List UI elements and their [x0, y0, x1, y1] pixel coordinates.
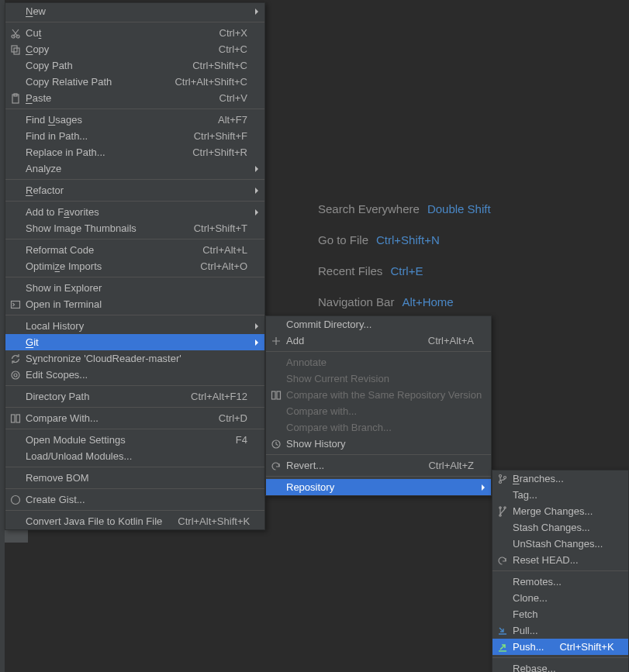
label: Find in Path...	[26, 130, 178, 142]
github-icon	[10, 495, 21, 505]
menu-item-new[interactable]: New	[5, 3, 264, 19]
menu-item-push[interactable]: Push... Ctrl+Shift+K	[492, 639, 628, 655]
submenu-arrow-icon	[255, 166, 258, 172]
label-post: sages	[55, 114, 82, 126]
menu-item-load-unload-modules[interactable]: Load/Unload Modules...	[5, 448, 264, 464]
label: Show in Explorer	[26, 282, 247, 294]
menu-item-copy-relative-path[interactable]: Copy Relative Path Ctrl+Alt+Shift+C	[5, 74, 264, 90]
label-pre: Find	[26, 114, 48, 126]
menu-item-analyze[interactable]: Analyze	[5, 160, 264, 177]
menu-item-find-in-path[interactable]: Find in Path... Ctrl+Shift+F	[5, 128, 264, 144]
label: Show Image Thumbnails	[26, 222, 178, 234]
submenu-repository[interactable]: Branches... Tag... Merge Changes... Stas…	[492, 470, 629, 672]
label: Convert Java File to Kotlin File	[26, 515, 162, 527]
shortcut: Ctrl+Alt+L	[202, 244, 247, 256]
label: Open Module Settings	[26, 434, 220, 446]
menu-item-remove-bom[interactable]: Remove BOM	[5, 470, 264, 486]
menu-item-add-to-favorites[interactable]: Add to Favorites	[5, 204, 264, 220]
menu-item-compare-same-repo: Compare with the Same Repository Version	[266, 387, 491, 403]
label-post: ew	[33, 5, 46, 17]
menu-item-copy[interactable]: Copy Ctrl+C	[5, 41, 264, 57]
mnemonic: P	[26, 92, 33, 104]
menu-item-git-add[interactable]: Add Ctrl+Alt+A	[266, 333, 491, 349]
menu-item-repository[interactable]: Repository	[266, 479, 491, 495]
svg-point-11	[12, 495, 20, 504]
menu-item-reset-head[interactable]: Reset HEAD...	[492, 552, 628, 568]
svg-point-8	[14, 374, 17, 377]
menu-item-merge-changes[interactable]: Merge Changes...	[492, 503, 628, 519]
menu-item-git[interactable]: Git	[5, 334, 264, 350]
menu-item-cut[interactable]: Cut Ctrl+X	[5, 25, 264, 41]
menu-item-copy-path[interactable]: Copy Path Ctrl+Shift+C	[5, 57, 264, 74]
separator	[492, 570, 628, 571]
submenu-arrow-icon	[482, 484, 485, 491]
shortcut: Ctrl+Alt+Z	[428, 460, 474, 471]
separator	[5, 22, 264, 22]
menu-item-tag[interactable]: Tag...	[492, 487, 628, 503]
menu-item-synchronize[interactable]: Synchronize 'CloudReader-master'	[5, 350, 264, 367]
menu-item-refactor[interactable]: Refactor	[5, 182, 264, 198]
label: Replace in Path...	[26, 146, 177, 158]
shortcut: Ctrl+Shift+K	[559, 641, 613, 653]
menu-item-show-in-explorer[interactable]: Show in Explorer	[5, 280, 264, 296]
label-pre: Cu	[26, 27, 39, 39]
menu-item-compare-with[interactable]: Compare With... Ctrl+D	[5, 410, 264, 426]
label: Reset HEAD...	[513, 554, 611, 566]
label-post: it	[33, 336, 39, 348]
menu-item-branches[interactable]: Branches...	[492, 470, 628, 487]
shortcut: F4	[236, 434, 247, 446]
menu-item-show-current-revision: Show Current Revision	[266, 370, 491, 387]
shortcut: Ctrl+Shift+C	[192, 60, 247, 71]
menu-item-show-thumbnails[interactable]: Show Image Thumbnails Ctrl+Shift+T	[5, 220, 264, 236]
mnemonic: C	[26, 43, 33, 55]
menu-item-find-usages[interactable]: Find Usages Alt+F7	[5, 112, 264, 128]
branch-icon	[497, 474, 508, 484]
submenu-arrow-icon	[255, 209, 258, 215]
label: Compare with the Same Repository Version	[286, 389, 482, 401]
menu-item-paste[interactable]: Paste Ctrl+V	[5, 90, 264, 106]
menu-item-open-in-terminal[interactable]: Open in Terminal	[5, 296, 264, 312]
svg-point-17	[504, 476, 506, 478]
svg-rect-13	[277, 391, 281, 399]
menu-item-stash-changes[interactable]: Stash Changes...	[492, 519, 628, 536]
menu-item-local-history[interactable]: Local History	[5, 318, 264, 334]
label-pre: Add to F	[26, 206, 64, 218]
terminal-icon	[10, 299, 21, 310]
menu-item-directory-path[interactable]: Directory Path Ctrl+Alt+F12	[5, 388, 264, 405]
compare-icon	[271, 390, 282, 401]
revert-icon	[271, 460, 282, 471]
shortcut: Ctrl+Alt+F12	[191, 391, 247, 402]
menu-item-optimize-imports[interactable]: Optimize Imports Ctrl+Alt+O	[5, 258, 264, 274]
label: Merge Changes...	[513, 505, 611, 517]
menu-item-create-gist[interactable]: Create Gist...	[5, 491, 264, 508]
menu-item-commit-directory[interactable]: Commit Directory...	[266, 316, 491, 333]
label: Reformat Code	[26, 244, 187, 256]
separator	[5, 510, 264, 511]
menu-item-rebase[interactable]: Rebase...	[492, 660, 628, 672]
menu-item-remotes[interactable]: Remotes...	[492, 574, 628, 590]
menu-item-clone[interactable]: Clone...	[492, 590, 628, 606]
label: Compare with Branch...	[286, 422, 474, 433]
hint-search-everywhere: Search EverywhereDouble Shift	[318, 194, 491, 225]
label: Add	[286, 335, 413, 346]
menu-item-pull[interactable]: Pull...	[492, 622, 628, 639]
svg-point-15	[499, 474, 502, 477]
label: Compare with...	[286, 405, 474, 417]
context-menu-main[interactable]: New /* noop, real binding below */ Cut C…	[5, 2, 265, 530]
menu-item-fetch[interactable]: Fetch	[492, 606, 628, 622]
menu-item-show-history[interactable]: Show History	[266, 436, 491, 452]
menu-item-open-module-settings[interactable]: Open Module Settings F4	[5, 432, 264, 448]
svg-point-7	[12, 371, 19, 379]
menu-item-replace-in-path[interactable]: Replace in Path... Ctrl+Shift+R	[5, 144, 264, 160]
submenu-arrow-icon	[255, 323, 258, 329]
submenu-git[interactable]: Commit Directory... Add Ctrl+Alt+A Annot…	[265, 315, 492, 496]
menu-item-reformat-code[interactable]: Reformat Code Ctrl+Alt+L	[5, 242, 264, 258]
menu-item-revert[interactable]: Revert... Ctrl+Alt+Z	[266, 457, 491, 474]
separator	[5, 407, 264, 408]
push-icon	[497, 642, 508, 653]
menu-item-edit-scopes[interactable]: Edit Scopes...	[5, 367, 264, 383]
hint-recent-files: Recent FilesCtrl+E	[318, 256, 491, 287]
svg-rect-9	[12, 415, 16, 422]
menu-item-unstash-changes[interactable]: UnStash Changes...	[492, 536, 628, 552]
menu-item-convert-to-kotlin[interactable]: Convert Java File to Kotlin File Ctrl+Al…	[5, 513, 264, 529]
